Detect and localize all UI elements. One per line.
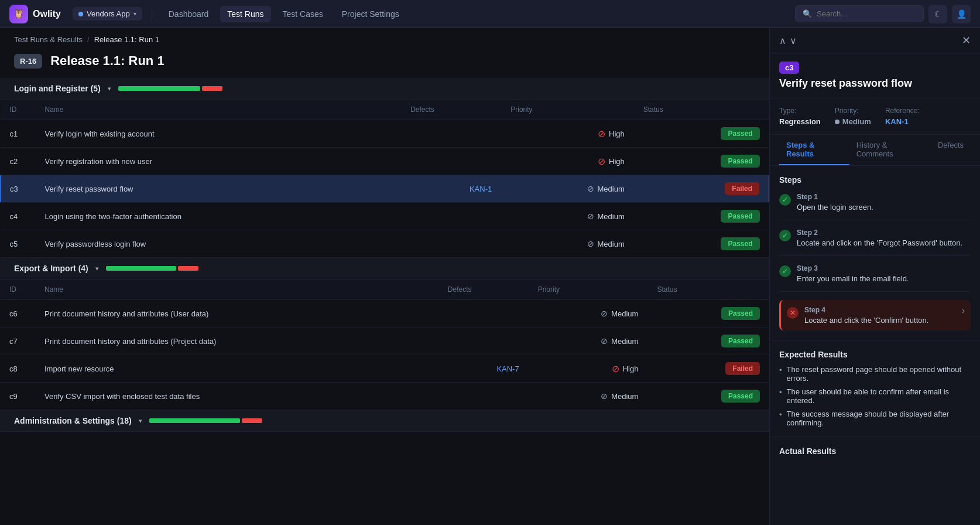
priority-value: High	[623, 364, 639, 373]
project-selector[interactable]: Vendors App ▾	[73, 7, 142, 21]
group-progress-bar	[118, 86, 222, 91]
chevron-down-icon: ▾	[133, 11, 136, 17]
priority-medium-icon: ⊘	[601, 309, 608, 318]
group-header-login[interactable]: Login and Register (5) ▾	[0, 78, 769, 100]
tab-defects[interactable]: Defects	[931, 135, 971, 165]
group-name-export: Export & Import (4)	[14, 264, 88, 273]
status-badge: Passed	[721, 127, 759, 140]
tab-history-comments[interactable]: History & Comments	[849, 135, 931, 165]
step-pass-icon: ✓	[779, 265, 791, 277]
nav-project-settings[interactable]: Project Settings	[335, 6, 406, 22]
priority-value: Medium	[598, 185, 625, 193]
theme-toggle-button[interactable]: ☾	[928, 5, 947, 23]
steps-section: Steps ✓ Step 1 Open the login screen. ✓ …	[770, 166, 980, 340]
step-content: Step 4 Locate and click the 'Confirm' bu…	[804, 306, 956, 325]
table-row[interactable]: c1 Verify login with existing account ⊘ …	[1, 120, 769, 148]
row-status: Passed	[647, 328, 769, 355]
priority-medium-icon: ⊘	[587, 212, 594, 221]
row-name: Login using the two-factor authenticatio…	[36, 203, 402, 230]
meta-reference-link[interactable]: KAN-1	[885, 117, 920, 126]
nav-dashboard[interactable]: Dashboard	[162, 6, 216, 22]
logo-icon: 🦉	[9, 5, 28, 23]
row-defect: KAN-7	[438, 355, 529, 383]
right-panel: ∧ ∨ ✕ c3 Verify reset password flow Type…	[769, 28, 980, 525]
group-progress-bar	[106, 266, 198, 271]
meta-type-label: Type:	[779, 107, 821, 115]
row-name: Import new resource	[35, 355, 438, 383]
breadcrumb-separator: /	[87, 35, 90, 44]
bullet-icon: •	[779, 410, 782, 419]
panel-topbar: ∧ ∨ ✕	[770, 28, 980, 53]
th-name: Name	[36, 100, 402, 120]
row-defect: KAN-1	[401, 175, 501, 203]
search-input[interactable]	[817, 9, 916, 18]
step-text: Locate and click on the 'Forgot Password…	[797, 238, 971, 247]
group-login-register: Login and Register (5) ▾ ID Name Defects…	[0, 78, 769, 258]
table-row[interactable]: c8 Import new resource KAN-7 ⊘ High	[0, 355, 769, 383]
expected-results-title: Expected Results	[779, 350, 971, 359]
panel-prev-button[interactable]: ∧	[779, 35, 786, 46]
defect-link[interactable]: KAN-1	[470, 185, 492, 193]
table-row[interactable]: c9 Verify CSV import with enclosed test …	[0, 383, 769, 410]
panel-next-button[interactable]: ∨	[790, 35, 797, 46]
search-box[interactable]: 🔍	[795, 5, 924, 22]
expected-results-section: Expected Results • The reset password pa…	[770, 340, 980, 437]
bullet-icon: •	[779, 366, 782, 374]
group-admin-settings: Administration & Settings (18) ▾	[0, 410, 769, 432]
row-defect	[401, 120, 501, 148]
th-defects: Defects	[438, 279, 529, 300]
group-header-export[interactable]: Export & Import (4) ▾	[0, 258, 769, 279]
progress-green	[118, 86, 200, 91]
row-status: Passed	[634, 148, 769, 175]
row-status: Passed	[634, 120, 769, 148]
group-chevron-icon: ▾	[95, 265, 99, 272]
status-badge: Passed	[721, 335, 760, 347]
app-body: Test Runs & Results / Release 1.1: Run 1…	[0, 28, 980, 525]
defect-link[interactable]: KAN-7	[496, 364, 519, 373]
th-id: ID	[0, 279, 35, 300]
table-header-row: ID Name Defects Priority Status	[1, 100, 769, 120]
row-priority: ⊘ Medium	[501, 203, 634, 230]
priority-high-icon: ⊘	[598, 156, 605, 167]
nav-test-cases[interactable]: Test Cases	[276, 6, 330, 22]
top-navigation: 🦉 Owlity Vendors App ▾ Dashboard Test Ru…	[0, 0, 980, 28]
breadcrumb-root[interactable]: Test Runs & Results	[14, 35, 83, 44]
step-content: Step 3 Enter you email in the email fiel…	[797, 264, 971, 283]
step-label: Step 3	[797, 264, 971, 272]
th-priority: Priority	[501, 100, 634, 120]
table-row[interactable]: c6 Print document history and attributes…	[0, 300, 769, 328]
table-header-row: ID Name Defects Priority Status	[0, 279, 769, 300]
row-status: Passed	[634, 230, 769, 258]
run-title: Release 1.1: Run 1	[50, 53, 164, 69]
main-content: Test Runs & Results / Release 1.1: Run 1…	[0, 28, 769, 525]
row-name: Verify reset password flow	[36, 175, 402, 203]
project-name: Vendors App	[87, 9, 130, 18]
expected-results-list: • The reset password page should be open…	[779, 365, 971, 427]
row-status: Failed	[647, 355, 769, 383]
user-avatar-button[interactable]: 👤	[952, 5, 971, 23]
nav-test-runs[interactable]: Test Runs	[220, 6, 270, 22]
step-text: Enter you email in the email field.	[797, 274, 971, 283]
table-row[interactable]: c2 Verify registration with new user ⊘ H…	[1, 148, 769, 175]
expected-result-text: The user should be able to confirm after…	[787, 387, 971, 405]
table-row-selected[interactable]: c3 Verify reset password flow KAN-1 ⊘ Me…	[1, 175, 769, 203]
tab-steps-results[interactable]: Steps & Results	[779, 135, 849, 165]
priority-high-icon: ⊘	[598, 128, 605, 139]
row-status: Passed	[634, 203, 769, 230]
table-row[interactable]: c5 Verify passwordless login flow ⊘ Medi…	[1, 230, 769, 258]
row-status: Passed	[647, 300, 769, 328]
status-badge: Passed	[721, 390, 760, 403]
breadcrumb: Test Runs & Results / Release 1.1: Run 1	[0, 28, 769, 51]
group-name-login: Login and Register (5)	[14, 84, 101, 93]
step-fail-icon: ✕	[787, 307, 799, 319]
row-name: Verify login with existing account	[36, 120, 402, 148]
progress-red	[178, 266, 198, 271]
panel-close-button[interactable]: ✕	[962, 34, 971, 47]
panel-meta: Type: Regression Priority: Medium Refere…	[770, 98, 980, 135]
table-row[interactable]: c7 Print document history and attributes…	[0, 328, 769, 355]
row-defect	[401, 230, 501, 258]
priority-value: High	[609, 157, 625, 166]
table-row[interactable]: c4 Login using the two-factor authentica…	[1, 203, 769, 230]
group-header-admin[interactable]: Administration & Settings (18) ▾	[0, 410, 769, 432]
step-expand-icon[interactable]: ›	[962, 306, 965, 315]
